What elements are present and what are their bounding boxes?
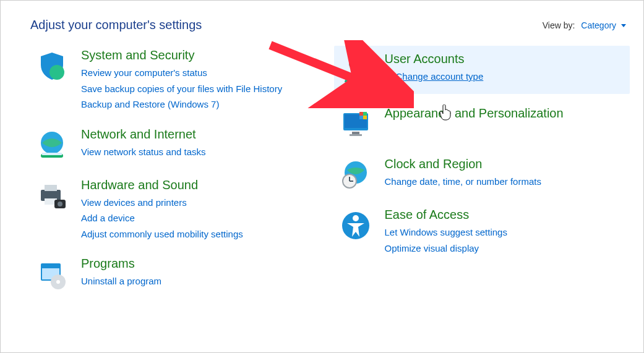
- globe-icon: [35, 128, 69, 163]
- category-appearance-and-personalization: Appearance and Personalization: [334, 104, 638, 145]
- category-icon[interactable]: [34, 48, 70, 84]
- chevron-down-icon: [621, 24, 626, 27]
- category-icon[interactable]: [338, 208, 374, 244]
- task-link[interactable]: Review your computer's status: [81, 65, 282, 81]
- task-link[interactable]: Uninstall a program: [81, 273, 161, 289]
- category-title[interactable]: Appearance and Personalization: [385, 106, 564, 121]
- category-user-accounts: User AccountsChange account type: [334, 46, 630, 94]
- accessibility-icon: [338, 208, 373, 243]
- task-link[interactable]: Save backup copies of your files with Fi…: [81, 81, 282, 97]
- category-title[interactable]: Clock and Region: [385, 157, 541, 171]
- category-programs: ProgramsUninstall a program: [30, 254, 334, 295]
- task-link[interactable]: Add a device: [81, 210, 243, 226]
- svg-rect-5: [45, 185, 57, 191]
- monitor-icon: [338, 107, 373, 142]
- svg-rect-20: [363, 112, 367, 116]
- task-link[interactable]: Let Windows suggest settings: [385, 224, 507, 240]
- svg-point-13: [349, 57, 363, 70]
- svg-rect-14: [385, 77, 393, 78]
- svg-point-12: [56, 280, 60, 284]
- category-network-and-internet: Network and InternetView network status …: [30, 125, 334, 166]
- view-by-value: Category: [581, 20, 616, 30]
- category-icon[interactable]: [34, 178, 70, 214]
- task-link[interactable]: Optimize visual display: [385, 240, 507, 257]
- svg-rect-22: [363, 116, 367, 119]
- svg-rect-3: [42, 153, 62, 155]
- category-title[interactable]: System and Security: [81, 48, 282, 62]
- task-link[interactable]: Adjust commonly used mobility settings: [81, 226, 243, 242]
- category-title[interactable]: Programs: [81, 257, 161, 271]
- svg-point-28: [353, 215, 359, 221]
- category-ease-of-access: Ease of AccessLet Windows suggest settin…: [334, 205, 638, 258]
- view-by-control[interactable]: View by: Category: [543, 20, 626, 30]
- security-shield-icon: [35, 49, 69, 83]
- svg-rect-18: [350, 134, 362, 136]
- page-title: Adjust your computer's settings: [30, 18, 202, 32]
- category-icon[interactable]: [338, 52, 374, 88]
- category-title[interactable]: Ease of Access: [385, 208, 507, 222]
- task-link[interactable]: Change account type: [385, 69, 484, 85]
- svg-point-8: [58, 202, 62, 206]
- svg-rect-17: [352, 132, 359, 134]
- category-icon[interactable]: [338, 157, 374, 193]
- view-by-label: View by:: [543, 20, 575, 30]
- category-system-and-security: System and SecurityReview your computer'…: [30, 46, 334, 115]
- programs-icon: [35, 257, 69, 292]
- task-link[interactable]: Backup and Restore (Windows 7): [81, 96, 282, 113]
- task-link[interactable]: View devices and printers: [81, 195, 243, 211]
- category-icon[interactable]: [338, 106, 374, 142]
- category-clock-and-region: Clock and RegionChange date, time, or nu…: [334, 155, 638, 195]
- svg-point-0: [49, 65, 64, 80]
- category-icon[interactable]: [34, 257, 70, 292]
- category-icon[interactable]: [34, 127, 70, 163]
- category-title[interactable]: User Accounts: [385, 52, 484, 66]
- clock-globe-icon: [338, 158, 373, 192]
- printer-icon: [35, 179, 69, 213]
- category-title[interactable]: Hardware and Sound: [81, 178, 243, 192]
- uac-shield-icon: [385, 73, 393, 82]
- svg-rect-19: [359, 112, 363, 116]
- category-title[interactable]: Network and Internet: [81, 127, 206, 142]
- task-link[interactable]: View network status and tasks: [81, 144, 206, 160]
- user-icon: [338, 53, 373, 87]
- svg-rect-21: [359, 116, 363, 119]
- category-hardware-and-sound: Hardware and SoundView devices and print…: [30, 176, 334, 245]
- task-link[interactable]: Change date, time, or number formats: [385, 174, 541, 190]
